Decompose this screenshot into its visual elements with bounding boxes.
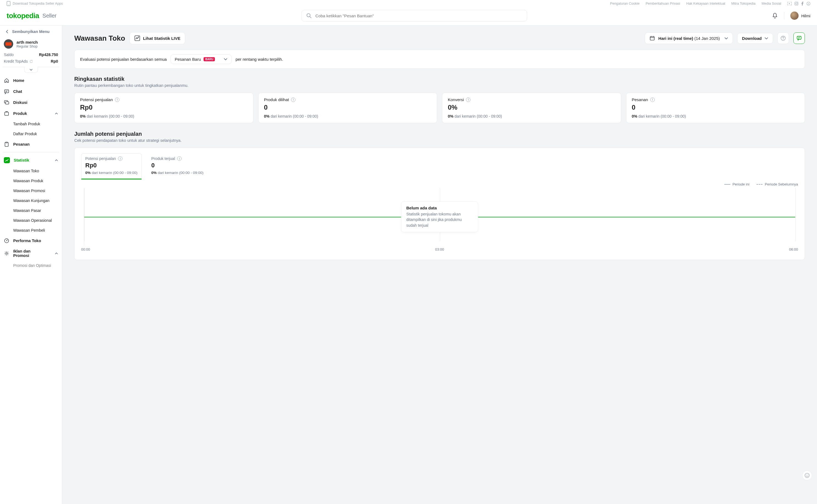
evaluation-bar: Evaluasi potensi penjualan berdasarkan s…: [74, 50, 805, 69]
sidebar-item-chat[interactable]: Chat: [0, 86, 62, 97]
sidebar-item-diskusi[interactable]: Diskusi: [0, 97, 62, 108]
stat-cards-row: Potensi penjualani Rp0 0% dari kemarin (…: [74, 93, 805, 123]
smiley-icon: [804, 473, 810, 478]
top-link-mitra[interactable]: Mitra Tokopedia: [731, 2, 755, 5]
nav-label: Diskusi: [13, 100, 27, 105]
sidebar-item-wawasan-produk[interactable]: Wawasan Produk: [0, 176, 62, 186]
top-link-media[interactable]: Media Sosial: [761, 2, 781, 5]
stat-card-konversi[interactable]: Konversii 0% 0% dari kemarin (00:00 - 09…: [442, 93, 621, 123]
user-menu[interactable]: Hilmi: [790, 12, 810, 20]
info-icon[interactable]: i: [177, 156, 181, 161]
sidebar-item-produk[interactable]: Produk: [0, 108, 62, 119]
sidebar-item-promosi-optimasi[interactable]: Promosi dan Optimasi: [0, 261, 62, 270]
gear-icon: [4, 251, 9, 256]
x-label: 06:00: [789, 247, 798, 251]
chart-card: Potensi penjualani Rp0 0% dari kemarin (…: [74, 148, 805, 260]
user-avatar: [790, 12, 799, 20]
info-icon[interactable]: i: [118, 156, 122, 161]
chevron-up-icon: [55, 112, 58, 115]
date-range-select[interactable]: Hari ini (real time) (14 Jan 2025): [645, 32, 733, 44]
info-icon[interactable]: i: [466, 98, 470, 102]
sidebar-item-statistik[interactable]: Statistik: [0, 154, 62, 166]
feedback-button[interactable]: [802, 470, 812, 480]
svg-point-19: [6, 253, 7, 254]
help-icon: [780, 35, 786, 41]
sidebar-item-wawasan-pasar[interactable]: Wawasan Pasar: [0, 206, 62, 215]
chat-icon: [4, 89, 9, 94]
top-link-privasi[interactable]: Pemberitahuan Privasi: [646, 2, 680, 5]
tab-foot: dari kemarin (00:00 - 09:00): [92, 171, 137, 175]
legend-prev: Periode Sebelumnya: [765, 182, 798, 186]
divider: [784, 12, 784, 20]
nav-label: Wawasan Toko: [13, 169, 39, 173]
pesanan-select[interactable]: Pesanan Baru BARU: [170, 54, 232, 64]
refresh-icon[interactable]: [29, 60, 33, 63]
page-title: Wawasan Toko: [74, 34, 125, 43]
chevron-down-icon: [765, 37, 768, 40]
svg-point-18: [6, 240, 7, 241]
sidebar-item-wawasan-operasional[interactable]: Wawasan Operasional: [0, 215, 62, 225]
svg-rect-3: [795, 2, 798, 5]
stat-card-potensi[interactable]: Potensi penjualani Rp0 0% dari kemarin (…: [74, 93, 253, 123]
info-icon[interactable]: i: [291, 98, 296, 102]
legend-line-solid: [724, 184, 730, 185]
stat-card-pesanan[interactable]: Pesanani 0 0% dari kemarin (00:00 - 09:0…: [626, 93, 805, 123]
sidebar-item-wawasan-promosi[interactable]: Wawasan Promosi: [0, 186, 62, 196]
youtube-icon[interactable]: [787, 2, 792, 5]
help-button[interactable]: [777, 32, 789, 44]
order-icon: [4, 142, 9, 147]
tab-produk-terjual[interactable]: Produk terjuali 0 0% dari kemarin (00:00…: [147, 153, 208, 179]
nav-label: Chat: [13, 89, 22, 94]
nav-label: Wawasan Operasional: [13, 218, 52, 223]
eval-pre-text: Evaluasi potensi penjualan berdasarkan s…: [80, 57, 167, 62]
expand-balance-toggle[interactable]: [24, 67, 38, 73]
facebook-icon[interactable]: [801, 2, 804, 5]
live-chart-icon: [134, 35, 140, 41]
nav-label: Wawasan Pasar: [13, 208, 41, 213]
sidebar-item-home[interactable]: Home: [0, 75, 62, 86]
chevron-down-icon: [224, 58, 228, 60]
logo[interactable]: tokopedia: [7, 12, 39, 20]
top-link-hki[interactable]: Hak Kekayaan Intelektual: [686, 2, 725, 5]
top-link-cookie[interactable]: Pengaturan Cookie: [610, 2, 640, 5]
download-label: Download: [742, 36, 762, 41]
sidebar-item-performa-toko[interactable]: Performa Toko: [0, 235, 62, 246]
sidebar-item-iklan-promosi[interactable]: Iklan dan Promosi: [0, 246, 62, 261]
info-icon[interactable]: i: [115, 98, 119, 102]
svg-point-4: [796, 3, 797, 4]
logo-seller-label: Seller: [42, 13, 56, 19]
potensi-sub: Cek potensi pendapatan toko untuk atur s…: [74, 138, 805, 143]
tab-label: Potensi penjualan: [85, 156, 116, 161]
sidebar-item-wawasan-pembeli[interactable]: Wawasan Pembeli: [0, 225, 62, 235]
notification-bell-icon[interactable]: [772, 13, 778, 19]
tab-potensi-penjualan[interactable]: Potensi penjualani Rp0 0% dari kemarin (…: [81, 153, 142, 179]
stat-card-dilihat[interactable]: Produk dilihati 0 0% dari kemarin (00:00…: [258, 93, 437, 123]
sidebar-item-wawasan-kunjungan[interactable]: Wawasan Kunjungan: [0, 196, 62, 206]
svg-point-32: [808, 475, 808, 475]
tab-value: 0: [151, 162, 203, 169]
instagram-icon[interactable]: [794, 2, 798, 5]
sidebar-item-daftar-produk[interactable]: Daftar Produk: [0, 129, 62, 139]
search-input[interactable]: [316, 13, 522, 18]
tab-label: Produk terjual: [151, 156, 175, 161]
tab-pct: 0%: [151, 171, 157, 175]
info-icon[interactable]: i: [650, 98, 655, 102]
sidebar-item-wawasan-toko[interactable]: Wawasan Toko: [0, 166, 62, 176]
nav-label: Statistik: [14, 158, 29, 162]
sidebar-item-tambah-produk[interactable]: Tambah Produk: [0, 119, 62, 129]
pinterest-icon[interactable]: [807, 2, 810, 5]
stat-value: Rp0: [80, 104, 248, 111]
live-stats-button[interactable]: Lihat Statistik LIVE: [129, 32, 185, 44]
svg-rect-27: [797, 36, 801, 39]
hide-menu-button[interactable]: Sembunyikan Menu: [0, 26, 62, 38]
download-button[interactable]: Download: [737, 33, 773, 44]
nav-label: Daftar Produk: [13, 132, 37, 136]
shop-info[interactable]: arth merch Regular Shop: [0, 38, 62, 51]
chat-support-button[interactable]: [793, 32, 805, 44]
nav-label: Pesanan: [13, 142, 30, 146]
search-box[interactable]: [302, 10, 527, 21]
x-label: 03:00: [435, 247, 444, 251]
sidebar-item-pesanan[interactable]: Pesanan: [0, 139, 62, 150]
download-app-link[interactable]: Download Tokopedia Seller Apps: [13, 2, 63, 5]
empty-title: Belum ada data: [406, 206, 473, 210]
